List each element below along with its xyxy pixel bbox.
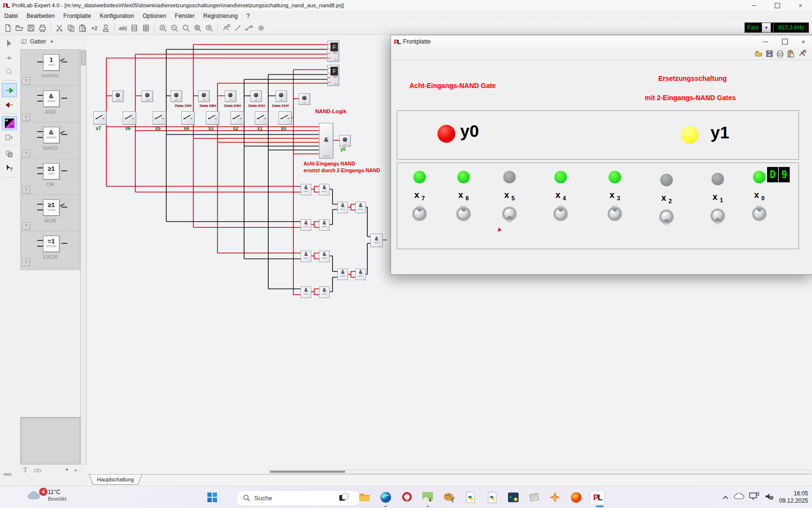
- text-tool-icon[interactable]: ab|: [117, 22, 129, 34]
- zoom-normal-icon[interactable]: [180, 22, 192, 34]
- led-component[interactable]: LED: [112, 90, 124, 102]
- menu-registrierung[interactable]: Registrierung: [199, 12, 242, 20]
- profilab-taskbar-icon-active[interactable]: PL: [591, 491, 604, 504]
- help-button[interactable]: ?: [22, 223, 30, 230]
- frontplatte-window[interactable]: PL Frontplatte × Acht-Eingangs-NAND Gate…: [391, 35, 812, 275]
- help-button[interactable]: ?: [22, 114, 30, 121]
- zoom-page-icon[interactable]: [192, 22, 203, 34]
- nand-gate[interactable]: &NAND: [319, 219, 330, 231]
- help-button[interactable]: ?: [22, 259, 30, 266]
- move-up-icon[interactable]: ▲: [73, 467, 78, 472]
- menu-help[interactable]: ?: [242, 12, 254, 20]
- fp-paste-icon[interactable]: [786, 49, 795, 60]
- help-button[interactable]: ?: [22, 77, 30, 85]
- nand-gate[interactable]: &NAND: [355, 269, 366, 280]
- toggle-x5[interactable]: [502, 207, 517, 221]
- print-icon[interactable]: [37, 22, 48, 34]
- wire-probe-icon[interactable]: [232, 22, 244, 34]
- palette-scrollbar[interactable]: [80, 49, 87, 464]
- tab-hauptschaltung[interactable]: Hauptschaltung: [89, 475, 142, 485]
- toggle-x1[interactable]: [710, 209, 725, 223]
- toggle-x2[interactable]: [659, 209, 674, 224]
- nand-gate[interactable]: &NAND: [319, 286, 330, 298]
- nand-gate[interactable]: &NAND: [319, 184, 330, 195]
- menu-frontplatte[interactable]: Frontplatte: [59, 12, 95, 20]
- help-button[interactable]: ?: [22, 186, 30, 194]
- weather-widget[interactable]: 4 11°C Bewölkt: [27, 489, 67, 502]
- select-cursor-icon[interactable]: [3, 38, 15, 49]
- task-view-icon[interactable]: [337, 491, 350, 504]
- python-file-icon[interactable]: [486, 491, 499, 504]
- switch-x6[interactable]: [123, 111, 136, 125]
- maximize-button[interactable]: [768, 0, 787, 11]
- photos-app-icon[interactable]: 4: [421, 491, 435, 504]
- settings-gear-icon[interactable]: [255, 22, 267, 34]
- newspaper-app-icon[interactable]: [528, 491, 541, 504]
- nand-gate[interactable]: &NAND: [301, 251, 311, 262]
- hi-lo-probe-icon[interactable]: HI LO: [2, 116, 17, 130]
- toggle-x6[interactable]: [456, 207, 471, 221]
- led-component-y0[interactable]: LED: [339, 135, 351, 147]
- palette-item-inverter[interactable]: 1INV0 Inverter ?: [21, 50, 80, 86]
- open-file-icon[interactable]: [14, 22, 25, 34]
- canvas-horizontal-scrollbar[interactable]: [269, 470, 810, 474]
- menu-datei[interactable]: Datei: [0, 12, 22, 20]
- paint-palette-icon[interactable]: 6: [442, 491, 456, 504]
- save-icon[interactable]: [25, 22, 37, 34]
- python-file-icon[interactable]: [464, 491, 478, 504]
- led-component[interactable]: LED: [225, 90, 236, 102]
- menu-fenster[interactable]: Fenster: [171, 12, 199, 20]
- duplicate-pages-icon[interactable]: [3, 148, 15, 160]
- text-label-tool-icon[interactable]: T: [23, 466, 28, 474]
- fp-minimize-button[interactable]: [757, 36, 774, 47]
- switch-x2[interactable]: [231, 111, 244, 125]
- node-tool-icon[interactable]: [3, 52, 15, 64]
- palette-item-or[interactable]: ≥1OR0 OR ?: [21, 159, 80, 195]
- orange-spark-app-icon[interactable]: [548, 491, 562, 504]
- python-console-icon[interactable]: >_: [507, 491, 520, 504]
- hex-display-hd1[interactable]: e0e1e2e3 F HEX HD1: [327, 65, 339, 86]
- nand-gate[interactable]: &NAND: [301, 286, 311, 298]
- led-component[interactable]: LED: [198, 90, 210, 102]
- duplicate-x2-icon[interactable]: ×2: [88, 22, 100, 34]
- zoom-in-icon[interactable]: [157, 22, 169, 34]
- search-binoculars-icon[interactable]: [34, 467, 42, 475]
- toggle-x3[interactable]: [608, 207, 622, 221]
- volume-muted-icon[interactable]: [765, 493, 774, 502]
- input-gate-icon[interactable]: [3, 132, 15, 143]
- table-large-icon[interactable]: [140, 22, 152, 34]
- connector-icon[interactable]: [244, 22, 255, 34]
- toggle-x7[interactable]: [412, 207, 427, 221]
- palette-item-nor[interactable]: ≥1NOR0 NOR ?: [21, 195, 80, 231]
- switch-x0[interactable]: [278, 111, 292, 125]
- magnifier-icon[interactable]: [3, 66, 15, 77]
- nand-gate[interactable]: &NAND: [355, 202, 366, 213]
- switch-x4[interactable]: [181, 111, 195, 125]
- frontplatte-titlebar[interactable]: PL Frontplatte: [391, 35, 812, 48]
- edge-icon[interactable]: [379, 491, 392, 504]
- menu-konfiguration[interactable]: Konfiguration: [95, 12, 138, 20]
- switch-x7[interactable]: [93, 111, 107, 125]
- firefox-icon[interactable]: [569, 491, 583, 504]
- copy-icon[interactable]: [65, 22, 77, 34]
- minimize-button[interactable]: [744, 0, 764, 11]
- switch-x1[interactable]: [255, 111, 268, 125]
- hex-display-hd2[interactable]: e0e1e2e3 F HEX HD2: [327, 41, 339, 62]
- taskbar-clock[interactable]: 16:05 09.12.2025: [779, 490, 808, 505]
- switch-x3[interactable]: [206, 111, 219, 125]
- palette-group-select[interactable]: 1 Gatter ▼: [18, 35, 87, 48]
- palette-item-nand[interactable]: &NAND0 NAND ?: [21, 122, 80, 159]
- led-component[interactable]: LED: [250, 90, 262, 102]
- nand-gate[interactable]: &NAND: [337, 269, 348, 280]
- stamp-icon[interactable]: [100, 22, 112, 34]
- nand8-gate[interactable]: & NAND9: [319, 123, 334, 159]
- start-button[interactable]: [205, 491, 219, 504]
- nand-gate-final[interactable]: &NAND: [370, 234, 383, 247]
- file-explorer-icon[interactable]: [358, 491, 371, 504]
- collapse-strip-button[interactable]: <<<: [3, 471, 11, 477]
- simulate-tools-icon[interactable]: [220, 22, 232, 34]
- run-simulation-icon[interactable]: [2, 83, 17, 97]
- context-help-icon[interactable]: ?: [3, 163, 15, 174]
- help-button[interactable]: ?: [22, 150, 30, 157]
- fp-save-icon[interactable]: [765, 49, 774, 60]
